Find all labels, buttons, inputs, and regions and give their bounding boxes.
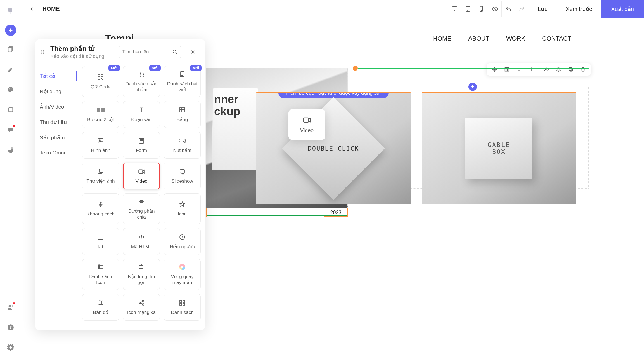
toolbar-moveUp-icon[interactable] <box>526 64 537 75</box>
toolbar-duplicate-icon[interactable] <box>565 64 576 75</box>
rail-layers-icon[interactable] <box>4 103 17 116</box>
element-video[interactable]: Video <box>123 163 160 189</box>
visibility-off-icon[interactable] <box>488 0 501 18</box>
drop-indicator-handle[interactable] <box>352 65 358 71</box>
element-map[interactable]: Bản đồ <box>82 294 119 321</box>
drop-indicator-line <box>357 68 589 69</box>
svg-rect-47 <box>139 170 143 173</box>
nav-work[interactable]: WORK <box>506 35 525 42</box>
redo-icon[interactable] <box>515 0 529 18</box>
close-panel-icon[interactable] <box>187 46 198 58</box>
svg-point-30 <box>43 53 44 54</box>
elements-grid: MớiQR Code MớiDanh sách sản phẩm MớiDanh… <box>77 63 205 330</box>
svg-point-26 <box>41 51 42 52</box>
svg-rect-53 <box>140 202 143 204</box>
add-element-button[interactable]: + <box>468 83 477 91</box>
rail-logo-icon[interactable] <box>4 4 17 18</box>
svg-rect-0 <box>9 13 11 14</box>
rail-chat-icon[interactable] <box>4 123 17 137</box>
rail-theme-icon[interactable] <box>4 83 17 96</box>
toolbar-delete-icon[interactable] <box>577 64 589 75</box>
search-button[interactable] <box>169 46 181 58</box>
category-all[interactable]: Tất cả <box>35 68 77 84</box>
preview-button[interactable]: Xem trước <box>557 0 601 18</box>
element-collapsed-content[interactable]: Nội dung thu gọn <box>123 259 160 290</box>
nav-contact[interactable]: CONTACT <box>542 35 571 42</box>
element-slideshow[interactable]: Slideshow <box>164 163 201 189</box>
element-list[interactable]: Danh sách <box>164 294 201 321</box>
svg-rect-12 <box>452 7 457 10</box>
share-icon <box>138 299 145 307</box>
element-table[interactable]: Bảng <box>164 101 201 128</box>
toolbar-visibility-icon[interactable] <box>541 64 552 75</box>
svg-point-50 <box>182 174 183 174</box>
element-spacer[interactable]: Khoảng cách <box>82 193 119 224</box>
element-social-icons[interactable]: Icon mạng xã <box>123 294 160 321</box>
toolbar-columns-icon[interactable] <box>501 64 512 75</box>
panel-title: Thêm phần tử <box>50 45 104 53</box>
element-gallery[interactable]: Thư viện ảnh <box>82 163 119 189</box>
save-button[interactable]: Lưu <box>529 0 557 18</box>
banner-text: nnerckup <box>214 93 240 118</box>
element-paragraph[interactable]: Đoạn văn <box>123 101 160 128</box>
element-icon-list[interactable]: Danh sách Icon <box>82 259 119 290</box>
rail-add-icon[interactable] <box>5 25 16 36</box>
tablet-preview-icon[interactable] <box>461 0 475 18</box>
category-product[interactable]: Sản phẩm <box>35 130 77 145</box>
nav-about[interactable]: ABOUT <box>468 35 489 42</box>
site-nav: HOME ABOUT WORK CONTACT <box>433 35 571 42</box>
category-teko[interactable]: Teko Omni <box>35 145 77 160</box>
portfolio-card-2[interactable]: GABLE BOX <box>422 92 576 210</box>
back-button[interactable] <box>28 5 36 13</box>
panel-drag-handle-icon[interactable] <box>40 49 46 55</box>
toolbar-settings-icon[interactable] <box>553 64 564 75</box>
divider-icon <box>138 198 145 205</box>
undo-icon[interactable] <box>502 0 515 18</box>
columns-icon <box>97 106 105 114</box>
qrcode-icon <box>97 73 105 81</box>
grid-icon <box>178 299 186 307</box>
element-divider[interactable]: Đường phân chia <box>123 193 160 224</box>
svg-point-27 <box>41 53 42 54</box>
svg-point-3 <box>9 88 10 89</box>
element-html[interactable]: Mã HTML <box>123 228 160 255</box>
wheel-icon <box>178 263 186 271</box>
element-countdown[interactable]: Đếm ngược <box>164 228 201 255</box>
video-icon <box>138 168 145 175</box>
spacer-icon <box>97 200 105 208</box>
element-form[interactable]: Form <box>123 132 160 159</box>
toolbar-moveDown-icon[interactable] <box>513 64 525 75</box>
rail-settings-icon[interactable] <box>4 341 17 354</box>
element-button[interactable]: Nút bấm <box>164 132 201 159</box>
portfolio-card-1[interactable]: Thêm bố cục hoặc khối được xây dựng sẵn … <box>256 92 411 210</box>
category-data[interactable]: Thu dữ liệu <box>35 114 77 130</box>
map-icon <box>97 299 105 307</box>
element-product-list[interactable]: MớiDanh sách sản phẩm <box>123 66 160 97</box>
search-input[interactable] <box>119 46 169 58</box>
svg-rect-32 <box>98 75 100 77</box>
cart-icon <box>138 70 145 78</box>
rail-pages-icon[interactable] <box>4 43 17 56</box>
element-layout-2col[interactable]: Bố cục 2 cột <box>82 101 119 128</box>
toolbar-move-icon[interactable] <box>489 64 500 75</box>
svg-point-56 <box>98 266 100 268</box>
rail-edit-icon[interactable] <box>4 63 17 76</box>
element-tab[interactable]: Tab <box>82 228 119 255</box>
element-qrcode[interactable]: MớiQR Code <box>82 66 119 97</box>
category-content[interactable]: Nội dung <box>35 84 77 99</box>
svg-point-61 <box>142 300 144 302</box>
tab-icon <box>97 233 105 241</box>
rail-help-icon[interactable]: ? <box>4 321 17 334</box>
nav-home[interactable]: HOME <box>433 35 451 42</box>
category-media[interactable]: Ảnh/Video <box>35 99 77 114</box>
element-image[interactable]: Hình ảnh <box>82 132 119 159</box>
mobile-preview-icon[interactable] <box>475 0 488 18</box>
rail-analytics-icon[interactable] <box>4 143 17 157</box>
desktop-preview-icon[interactable] <box>448 0 461 18</box>
element-lucky-wheel[interactable]: Vòng quay may mắn <box>164 259 201 290</box>
rail-user-icon[interactable] <box>4 301 17 314</box>
element-post-list[interactable]: MớiDanh sách bài viết <box>164 66 201 97</box>
publish-button[interactable]: Xuất bản <box>601 0 644 18</box>
element-icon[interactable]: Icon <box>164 193 201 224</box>
drag-preview-video: Video <box>288 109 325 140</box>
